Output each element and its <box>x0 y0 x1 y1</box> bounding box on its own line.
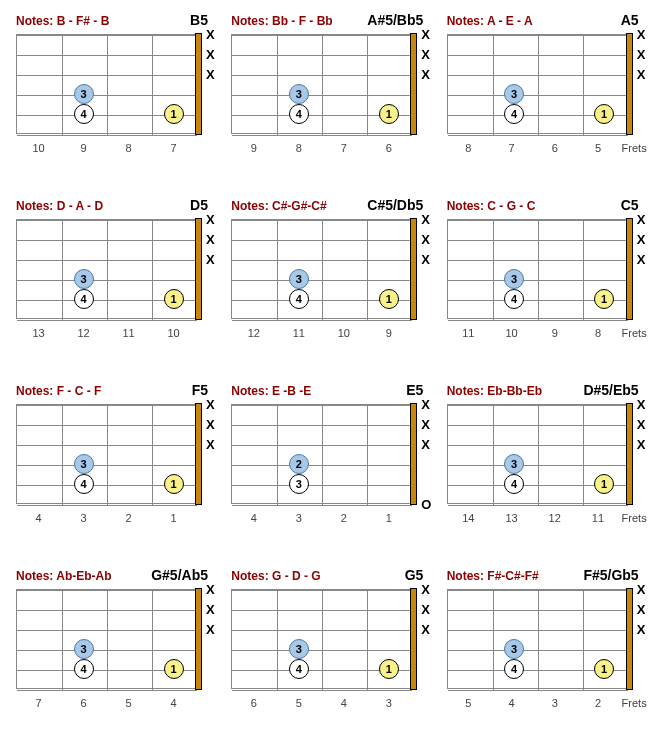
mute-icon: X <box>206 602 215 617</box>
string-line <box>448 320 628 321</box>
mute-icon: X <box>421 252 430 267</box>
fret-line <box>538 35 539 135</box>
mute-icon: X <box>206 622 215 637</box>
fretboard-wrap: 431XXX4321 <box>16 404 202 514</box>
chord-header: Notes: C#-G#-C#C#5/Db5 <box>227 197 427 213</box>
fret-line <box>493 405 494 505</box>
finger-number: 1 <box>601 478 607 490</box>
chord-header: Notes: E -B -EE5 <box>227 382 427 398</box>
finger-number: 1 <box>601 293 607 305</box>
mute-icon: X <box>206 232 215 247</box>
finger-number: 3 <box>80 88 86 100</box>
fret-number: 7 <box>16 697 61 709</box>
mute-icon: X <box>421 582 430 597</box>
fret-line <box>152 35 153 135</box>
fret-number: 3 <box>533 697 576 709</box>
fret-number-row: 4321 <box>231 512 431 524</box>
finger-number: 4 <box>511 663 517 675</box>
chord-header: Notes: Eb-Bb-EbD#5/Eb5 <box>443 382 643 398</box>
finger-dot: 1 <box>164 659 184 679</box>
fret-line <box>367 590 368 690</box>
chord-header: Notes: F - C - FF5 <box>12 382 212 398</box>
fret-number-row: 8765Frets <box>447 142 647 154</box>
chord-header: Notes: D - A - DD5 <box>12 197 212 213</box>
finger-number: 4 <box>296 108 302 120</box>
chord-diagram: Notes: D - A - DD5431XXX13121110 <box>12 197 212 362</box>
notes-label: Notes: Ab-Eb-Ab <box>16 569 112 583</box>
mute-icon: X <box>421 437 430 452</box>
mute-icon: X <box>637 437 646 452</box>
fret-line <box>322 590 323 690</box>
finger-dot: 1 <box>379 289 399 309</box>
mute-icon: X <box>637 67 646 82</box>
finger-number: 3 <box>511 273 517 285</box>
fret-number: 13 <box>16 327 61 339</box>
fret-number-row: 111098Frets <box>447 327 647 339</box>
fret-line <box>277 590 278 690</box>
chord-diagram: Notes: B - F# - BB5431XXX10987 <box>12 12 212 177</box>
chord-header: Notes: Ab-Eb-AbG#5/Ab5 <box>12 567 212 583</box>
notes-label: Notes: C - G - C <box>447 199 536 213</box>
finger-number: 1 <box>386 663 392 675</box>
finger-number: 1 <box>170 663 176 675</box>
mute-icon: X <box>637 232 646 247</box>
finger-dot: 1 <box>379 659 399 679</box>
finger-number: 1 <box>386 293 392 305</box>
frets-word: Frets <box>622 512 647 524</box>
fret-number: 4 <box>16 512 61 524</box>
fret-number: 6 <box>231 697 276 709</box>
fret-number: 11 <box>276 327 321 339</box>
chord-header: Notes: Bb - F - BbA#5/Bb5 <box>227 12 427 28</box>
string-line <box>232 505 412 506</box>
fret-number: 10 <box>321 327 366 339</box>
fretboard-wrap: 431XXX7654 <box>16 589 202 699</box>
frets-word: Frets <box>622 697 647 709</box>
fret-line <box>62 405 63 505</box>
finger-dot: 1 <box>164 474 184 494</box>
fret-number: 10 <box>16 142 61 154</box>
fret-number: 2 <box>576 697 619 709</box>
fret-line <box>277 35 278 135</box>
chord-diagram: Notes: Eb-Bb-EbD#5/Eb5431XXX14131211Fret… <box>443 382 643 547</box>
fret-number-row: 7654 <box>16 697 216 709</box>
fret-number: 9 <box>61 142 106 154</box>
fret-number: 4 <box>321 697 366 709</box>
nut-bar <box>410 403 417 505</box>
fret-line <box>493 590 494 690</box>
mute-icon: X <box>637 582 646 597</box>
chord-diagram: Notes: C#-G#-C#C#5/Db5431XXX1211109 <box>227 197 427 362</box>
nut-bar <box>195 588 202 690</box>
fretboard-wrap: 32XXXO4321 <box>231 404 417 514</box>
frets-word: Frets <box>622 327 647 339</box>
fretboard-wrap: 431XXX14131211Frets <box>447 404 633 514</box>
nut-bar <box>626 33 633 135</box>
notes-label: Notes: F - C - F <box>16 384 101 398</box>
fret-number-row: 13121110 <box>16 327 216 339</box>
mute-icon: X <box>637 212 646 227</box>
notes-label: Notes: A - E - A <box>447 14 533 28</box>
fret-line <box>493 220 494 320</box>
fretboard-wrap: 431XXX9876 <box>231 34 417 144</box>
finger-number: 4 <box>296 663 302 675</box>
mute-icon: X <box>637 622 646 637</box>
fret-number: 7 <box>151 142 196 154</box>
frets-word: Frets <box>622 142 647 154</box>
fret-line <box>538 590 539 690</box>
notes-label: Notes: D - A - D <box>16 199 103 213</box>
fret-number: 9 <box>533 327 576 339</box>
fret-number: 11 <box>106 327 151 339</box>
nut-bar <box>195 403 202 505</box>
mute-icon: X <box>206 252 215 267</box>
finger-number: 3 <box>80 273 86 285</box>
fret-line <box>152 590 153 690</box>
chord-diagram: Notes: F - C - FF5431XXX4321 <box>12 382 212 547</box>
fret-line <box>493 35 494 135</box>
chord-name: F#5/Gb5 <box>583 567 638 583</box>
finger-dot: 3 <box>504 639 524 659</box>
mute-icon: X <box>421 212 430 227</box>
fret-line <box>152 405 153 505</box>
fret-line <box>538 405 539 505</box>
mute-icon: X <box>421 622 430 637</box>
finger-dot: 1 <box>594 104 614 124</box>
fret-number: 6 <box>533 142 576 154</box>
